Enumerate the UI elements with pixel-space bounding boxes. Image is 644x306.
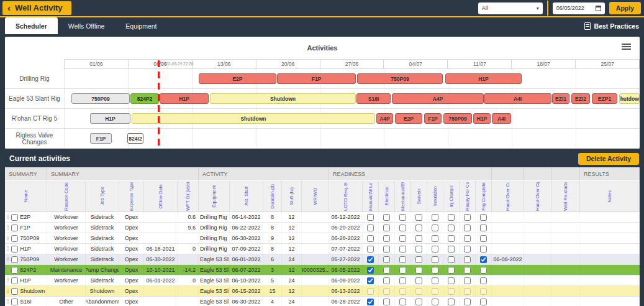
checkbox-electrical[interactable]: [383, 214, 390, 221]
checkbox-inj-clamps[interactable]: [448, 235, 455, 242]
back-icon[interactable]: ‹: [7, 5, 11, 11]
gantt-bar-a4i[interactable]: A4I: [484, 93, 551, 104]
checkbox-inj-clamps[interactable]: [448, 267, 455, 274]
checkbox-inj-clamps[interactable]: [448, 225, 455, 231]
checkbox-ready-for-comp[interactable]: [464, 246, 471, 253]
drag-handle-icon[interactable]: ⣿: [6, 278, 9, 283]
page-title[interactable]: ‹ Well Activity: [2, 1, 71, 15]
row-select-checkbox[interactable]: [11, 288, 18, 295]
calendar-icon[interactable]: [596, 6, 601, 11]
table-row-e2p[interactable]: ⣿E2PWorkoverSidetrackOpex0.6Drilling Rig…: [5, 212, 640, 223]
table-row-h1p[interactable]: ⣿H1PWorkoverSidetrackOpex06-18-20210Dril…: [5, 244, 640, 254]
checkbox-ready-for-comp[interactable]: [464, 214, 471, 221]
checkbox-prg-complete[interactable]: [480, 299, 487, 305]
filter-select[interactable]: All ▾: [478, 2, 543, 14]
gantt-bar-f1p[interactable]: F1P: [277, 73, 356, 84]
checkbox-insulation[interactable]: [432, 267, 438, 274]
gantt-bar-shutdown[interactable]: Shutdown: [619, 93, 640, 104]
checkbox-manual-all-loto[interactable]: [367, 246, 374, 253]
checkbox-insulation[interactable]: [432, 256, 438, 263]
checkbox-prg-complete[interactable]: [480, 246, 487, 253]
checkbox-swivels[interactable]: [415, 225, 422, 231]
table-row-h1p[interactable]: ⣿H1PWorkoverSidetrackOpex06-01-20220Eagl…: [5, 276, 640, 286]
row-select-checkbox[interactable]: [11, 246, 18, 253]
drag-handle-icon[interactable]: ⣿: [6, 246, 9, 251]
gantt-bar-750p09[interactable]: 750P09: [357, 73, 443, 84]
drag-handle-icon[interactable]: ⣿: [6, 236, 9, 241]
checkbox-mechanical-eht[interactable]: [399, 214, 406, 221]
checkbox-insulation[interactable]: [432, 246, 438, 253]
table-row-shutdown[interactable]: ⣿ShutdownShutdownOpexEagle 53 Sl...06-15…: [5, 286, 640, 297]
checkbox-mechanical-eht[interactable]: [399, 277, 406, 284]
gantt-bar-ezp1[interactable]: EZP1: [592, 93, 617, 104]
tab-wells-offline[interactable]: Wells Offline: [58, 17, 116, 34]
checkbox-manual-all-loto[interactable]: [367, 225, 374, 231]
checkbox-prg-complete[interactable]: [480, 288, 487, 295]
drag-handle-icon[interactable]: ⣿: [6, 267, 9, 272]
checkbox-swivels[interactable]: [415, 256, 422, 263]
table-row-824p2[interactable]: ⣿824P2MaintenancePump ChangeOpex10-10-20…: [5, 265, 640, 276]
checkbox-inj-clamps[interactable]: [448, 277, 455, 284]
checkbox-insulation[interactable]: [432, 214, 438, 221]
row-select-checkbox[interactable]: [11, 267, 18, 274]
gantt-bar-ezi2[interactable]: EZI2: [571, 93, 590, 104]
checkbox-electrical[interactable]: [383, 246, 390, 253]
tab-scheduler[interactable]: Scheduler: [5, 17, 58, 34]
gantt-bar-750p09[interactable]: 750P09: [443, 113, 472, 124]
gantt-bar-shutdown[interactable]: Shutdown: [132, 113, 375, 124]
checkbox-insulation[interactable]: [432, 288, 438, 295]
apply-button[interactable]: Apply: [609, 2, 641, 14]
row-select-checkbox[interactable]: [11, 299, 18, 305]
gantt-bar-f1p[interactable]: F1P: [90, 133, 112, 144]
gantt-bar-h1p[interactable]: H1P: [445, 73, 522, 84]
checkbox-insulation[interactable]: [432, 235, 438, 242]
checkbox-electrical[interactable]: [383, 288, 390, 295]
gantt-bar-a4p[interactable]: A4P: [392, 93, 484, 104]
checkbox-mechanical-eht[interactable]: [399, 299, 406, 305]
checkbox-manual-all-loto[interactable]: [367, 299, 374, 305]
checkbox-mechanical-eht[interactable]: [399, 225, 406, 231]
checkbox-ready-for-comp[interactable]: [464, 256, 471, 263]
checkbox-insulation[interactable]: [432, 277, 438, 284]
checkbox-inj-clamps[interactable]: [448, 288, 455, 295]
checkbox-electrical[interactable]: [383, 235, 390, 242]
tab-equipment[interactable]: Equipment: [115, 17, 167, 34]
row-select-checkbox[interactable]: [11, 277, 18, 284]
checkbox-manual-all-loto[interactable]: [367, 267, 374, 274]
delete-activity-button[interactable]: Delete Activity: [578, 153, 639, 165]
checkbox-swivels[interactable]: [415, 246, 422, 253]
checkbox-ready-for-comp[interactable]: [464, 267, 471, 274]
gantt-bar-shutdown[interactable]: Shutdown: [210, 93, 356, 104]
gantt-bar-a4p[interactable]: A4P: [376, 113, 393, 124]
checkbox-electrical[interactable]: [383, 267, 390, 274]
checkbox-prg-complete[interactable]: [480, 235, 487, 242]
checkbox-inj-clamps[interactable]: [448, 256, 455, 263]
checkbox-manual-all-loto[interactable]: [367, 235, 374, 242]
hamburger-menu-icon[interactable]: [622, 44, 631, 51]
best-practices-button[interactable]: Best Practices: [584, 17, 639, 34]
checkbox-manual-all-loto[interactable]: [367, 288, 374, 295]
checkbox-prg-complete[interactable]: [480, 256, 487, 263]
row-select-checkbox[interactable]: [11, 256, 18, 263]
checkbox-mechanical-eht[interactable]: [399, 288, 406, 295]
checkbox-prg-complete[interactable]: [480, 277, 487, 284]
checkbox-insulation[interactable]: [432, 299, 438, 305]
checkbox-mechanical-eht[interactable]: [399, 256, 406, 263]
drag-handle-icon[interactable]: ⣿: [6, 225, 9, 230]
table-row-s16i[interactable]: ⣿S16IOtherAbandonmentOpexEagle 53 Sl...0…: [5, 297, 640, 306]
checkbox-prg-complete[interactable]: [480, 225, 487, 231]
checkbox-manual-all-loto[interactable]: [367, 277, 374, 284]
table-row-750p09[interactable]: ⣿750P09WorkoverSidetrackOpexDrilling Rig…: [5, 233, 640, 244]
checkbox-electrical[interactable]: [383, 225, 390, 231]
checkbox-ready-for-comp[interactable]: [464, 299, 471, 305]
gantt-bar-750p09[interactable]: 750P09: [71, 93, 130, 104]
gantt-bar-824i2[interactable]: 824I2: [127, 133, 143, 144]
checkbox-swivels[interactable]: [415, 235, 422, 242]
checkbox-manual-all-loto[interactable]: [367, 256, 374, 263]
table-row-750p09[interactable]: ⣿750P09WorkoverSidetrackOpex05-30-2022Ea…: [5, 254, 640, 265]
date-input[interactable]: 06/05/2022: [553, 2, 605, 14]
gantt-bar-s16i[interactable]: S16I: [356, 93, 391, 104]
checkbox-swivels[interactable]: [415, 277, 422, 284]
checkbox-mechanical-eht[interactable]: [399, 267, 406, 274]
checkbox-prg-complete[interactable]: [480, 267, 487, 274]
